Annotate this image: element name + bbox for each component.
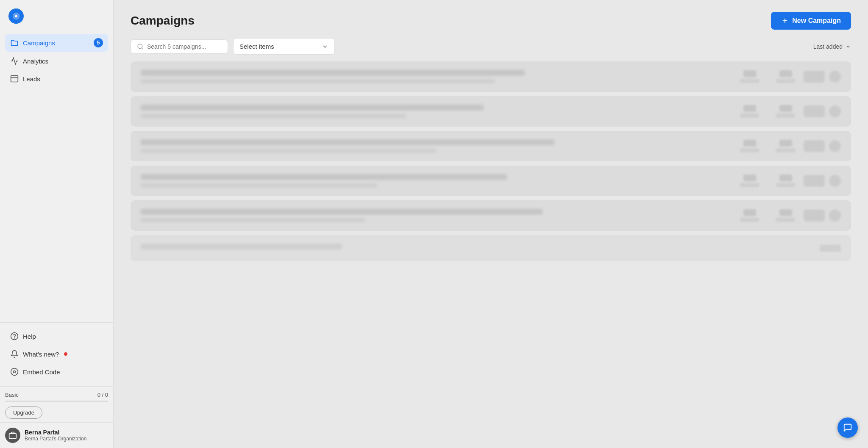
sidebar-bottom-nav: Help What's new? Embed Code <box>0 322 113 386</box>
table-row[interactable] <box>131 61 851 92</box>
sidebar-item-whats-new[interactable]: What's new? <box>5 346 108 362</box>
page-title: Campaigns <box>131 14 195 28</box>
campaign-meta <box>740 105 795 118</box>
campaign-title <box>141 105 484 111</box>
analytics-icon <box>10 57 19 65</box>
plan-label: Basic <box>5 392 19 398</box>
campaign-more-icon <box>829 105 841 117</box>
sidebar-item-leads-label: Leads <box>23 75 40 83</box>
sidebar-item-whats-new-label: What's new? <box>23 351 59 358</box>
table-row[interactable] <box>131 166 851 196</box>
sidebar-item-embed-code-label: Embed Code <box>23 368 60 376</box>
campaign-action-btn <box>804 175 825 187</box>
chat-widget[interactable] <box>837 418 858 438</box>
campaign-action-btn <box>804 140 825 152</box>
meta-views <box>740 105 759 118</box>
sidebar: Campaigns 5 Analytics Leads <box>0 0 114 448</box>
svg-rect-6 <box>9 434 17 439</box>
new-campaign-button[interactable]: New Campaign <box>771 12 851 30</box>
campaign-info <box>141 174 732 188</box>
app-logo[interactable] <box>8 8 24 24</box>
campaign-actions <box>804 105 841 117</box>
campaign-action-btn <box>804 71 825 83</box>
user-section: Berna Partal Berna Partal's Organization <box>0 422 113 448</box>
campaign-subtitle <box>141 114 406 118</box>
campaign-more-icon <box>829 175 841 187</box>
sidebar-item-analytics-label: Analytics <box>23 58 48 65</box>
campaign-meta <box>740 140 795 152</box>
select-items-label: Select items <box>239 43 274 50</box>
plan-section: Basic 0 / 0 Upgrade <box>0 386 113 422</box>
campaign-title <box>141 243 342 249</box>
embed-icon <box>10 368 19 376</box>
campaign-meta <box>740 70 795 83</box>
sidebar-item-campaigns[interactable]: Campaigns 5 <box>5 34 108 52</box>
new-campaign-label: New Campaign <box>792 17 841 25</box>
search-box[interactable] <box>131 39 228 54</box>
sidebar-item-campaigns-label: Campaigns <box>23 39 55 47</box>
campaign-title <box>141 209 542 215</box>
plan-progress-bar <box>5 401 108 402</box>
search-input[interactable] <box>147 43 222 50</box>
main-header: Campaigns New Campaign <box>114 0 868 38</box>
campaign-info <box>141 70 732 83</box>
chevron-down-icon <box>322 43 328 50</box>
campaign-meta <box>740 209 795 222</box>
sidebar-item-help[interactable]: Help <box>5 328 108 345</box>
sidebar-item-embed-code[interactable]: Embed Code <box>5 363 108 380</box>
bell-icon <box>10 350 19 358</box>
sidebar-item-leads[interactable]: Leads <box>5 70 108 87</box>
table-row[interactable] <box>131 96 851 127</box>
svg-line-10 <box>142 48 143 49</box>
meta-views <box>740 174 759 187</box>
campaign-title <box>141 70 525 76</box>
campaigns-list <box>114 61 868 448</box>
search-icon <box>137 43 144 50</box>
user-name: Berna Partal <box>25 429 86 436</box>
campaign-subtitle <box>141 149 436 153</box>
table-row[interactable] <box>131 235 851 261</box>
campaign-meta <box>820 245 841 252</box>
meta-views <box>740 209 759 222</box>
campaign-action-btn <box>804 105 825 117</box>
svg-point-5 <box>14 371 16 373</box>
toolbar: Select items Last added <box>114 38 868 61</box>
campaign-more-icon <box>829 71 841 83</box>
sidebar-item-analytics[interactable]: Analytics <box>5 53 108 69</box>
table-row[interactable] <box>131 200 851 231</box>
sort-dropdown[interactable]: Last added <box>813 43 851 50</box>
campaign-info <box>141 105 732 118</box>
avatar <box>5 428 20 443</box>
svg-point-4 <box>11 368 18 376</box>
campaign-subtitle <box>141 218 365 222</box>
upgrade-button[interactable]: Upgrade <box>5 407 42 419</box>
leads-icon <box>10 75 19 83</box>
user-org: Berna Partal's Organization <box>25 436 86 442</box>
plan-header: Basic 0 / 0 <box>5 392 108 398</box>
campaign-action-btn <box>804 210 825 221</box>
svg-point-3 <box>14 338 15 338</box>
sidebar-logo <box>0 0 113 30</box>
table-row[interactable] <box>131 131 851 161</box>
svg-rect-1 <box>11 76 18 82</box>
meta-views <box>820 245 841 252</box>
notification-dot <box>64 352 67 356</box>
select-items-dropdown[interactable]: Select items <box>233 38 335 55</box>
campaign-actions <box>804 140 841 152</box>
campaign-more-icon <box>829 210 841 221</box>
campaign-actions <box>804 71 841 83</box>
campaign-info <box>141 243 811 253</box>
meta-leads <box>776 140 795 152</box>
meta-leads <box>776 70 795 83</box>
meta-leads <box>776 209 795 222</box>
main-content: Campaigns New Campaign Select items Last… <box>114 0 868 448</box>
main-nav: Campaigns 5 Analytics Leads <box>0 30 113 322</box>
help-icon <box>10 332 19 340</box>
plus-icon <box>781 17 789 25</box>
campaign-more-icon <box>829 140 841 152</box>
svg-point-9 <box>138 44 142 49</box>
sort-chevron-icon <box>845 44 851 50</box>
user-info: Berna Partal Berna Partal's Organization <box>25 429 86 442</box>
folder-icon <box>10 39 19 47</box>
campaigns-badge: 5 <box>94 38 103 47</box>
